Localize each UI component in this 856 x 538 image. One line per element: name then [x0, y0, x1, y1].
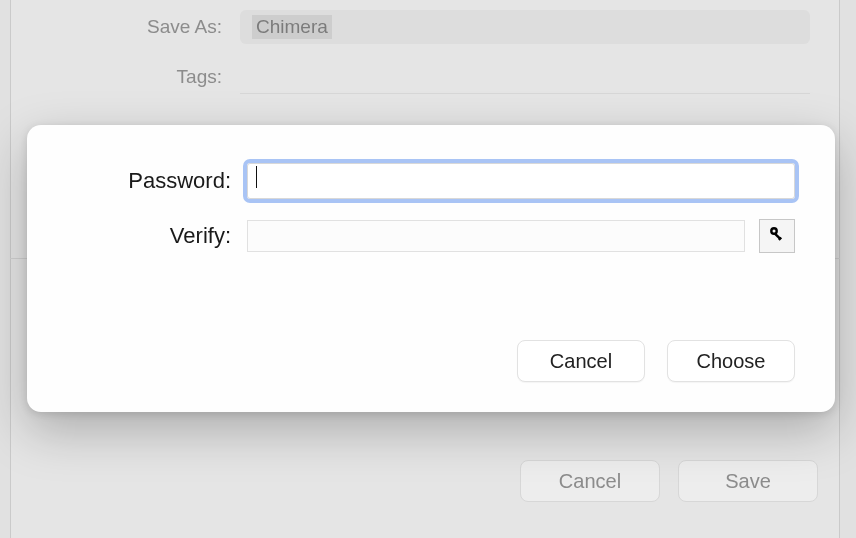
- password-label: Password:: [67, 168, 247, 194]
- verify-input[interactable]: [247, 220, 745, 252]
- svg-point-1: [773, 230, 776, 233]
- choose-button[interactable]: Choose: [667, 340, 795, 382]
- text-cursor: [256, 166, 257, 188]
- verify-label: Verify:: [67, 223, 247, 249]
- verify-row: Verify:: [67, 219, 795, 253]
- modal-buttons: Cancel Choose: [517, 340, 795, 382]
- password-modal: Password: Verify: Cancel Choose: [27, 125, 835, 412]
- password-row: Password:: [67, 163, 795, 199]
- cancel-button[interactable]: Cancel: [517, 340, 645, 382]
- key-icon: [768, 225, 786, 247]
- verify-wrap: [247, 219, 795, 253]
- password-input[interactable]: [247, 163, 795, 199]
- key-button[interactable]: [759, 219, 795, 253]
